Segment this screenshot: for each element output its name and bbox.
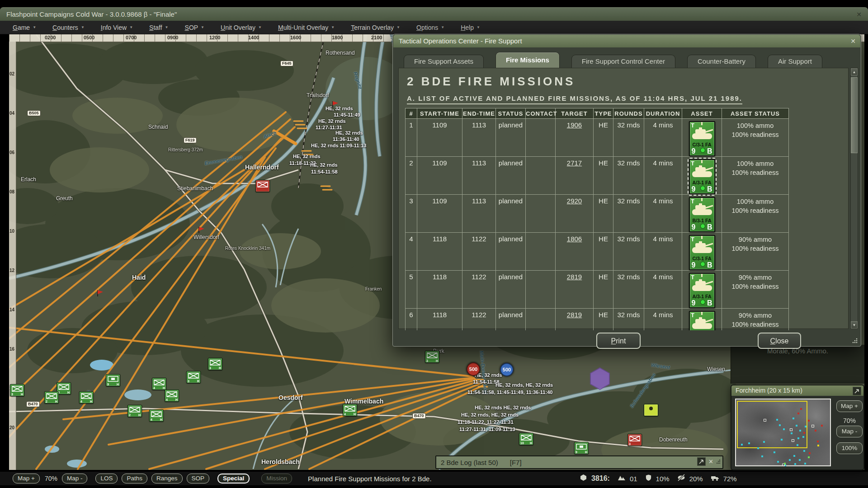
map-town-label: Heroldsbach xyxy=(261,458,300,465)
tab-counter-battery[interactable]: Counter-Battery xyxy=(687,55,756,68)
map-unit-counter[interactable]: 2H xyxy=(127,405,142,417)
menu-options[interactable]: Options▼ xyxy=(416,24,444,31)
tab-air-support[interactable]: Air Support xyxy=(768,55,822,68)
close-icon[interactable]: ✕ xyxy=(850,35,856,47)
fire-mission-annotation: HE, 32 rnds HE, 32 rnds xyxy=(475,405,531,410)
tab-fire-missions[interactable]: Fire Missions xyxy=(495,52,560,68)
close-button[interactable]: Close xyxy=(758,333,801,349)
menu-info-view[interactable]: Info View▼ xyxy=(101,24,133,31)
toolbar-button-sop[interactable]: SOP xyxy=(187,474,210,483)
bottom-toolbar: Map +70%Map -LOSPathsRangesSOPSpecialMis… xyxy=(0,472,868,485)
scrollbar-thumb[interactable] xyxy=(851,77,858,153)
fire-mission-annotation: 11:27-11:31, 11:09-11:13 xyxy=(459,427,515,432)
minimap-zoom-100-button[interactable]: 100% xyxy=(836,442,863,454)
minimap-expand-icon[interactable] xyxy=(853,387,861,395)
fire-mission-annotation: 11:18-11:22, 11:27-11:31 xyxy=(458,419,514,425)
map-unit-counter[interactable]: 4H xyxy=(343,404,357,416)
toolbar-button-ranges[interactable]: Ranges xyxy=(151,474,183,483)
map-unit-counter[interactable]: 2H xyxy=(44,391,59,404)
map-unit-counter[interactable]: 9H xyxy=(574,442,589,454)
fire-mission-row[interactable]: 611181122planned2819HE32 rnds4 minsTB/3-… xyxy=(406,309,789,331)
minimap-unit-dot xyxy=(791,432,793,434)
asset-unit-counter[interactable]: TB/3-1 FA9B xyxy=(689,311,715,330)
minimap-unit-dot xyxy=(803,432,805,434)
minimap-unit-dot xyxy=(797,437,799,439)
window-close-icon[interactable]: ✕ xyxy=(856,8,862,21)
asset-unit-counter[interactable]: TC/3-1 FA9B xyxy=(689,121,715,156)
asset-cell: TC/3-1 FA9B xyxy=(682,119,722,157)
map-unit-counter[interactable]: 9H xyxy=(106,374,120,386)
expand-icon[interactable] xyxy=(697,457,706,466)
map-unit-counter[interactable]: 3H xyxy=(10,384,24,396)
log-close-icon[interactable]: ✕ xyxy=(708,458,713,465)
minimap-map[interactable] xyxy=(735,399,831,466)
dialog-scrollbar[interactable]: ▲ ▼ xyxy=(850,68,858,329)
window-titlebar[interactable]: Flashpoint Campaigns Cold War - 3.0.0.98… xyxy=(0,7,868,21)
menu-help[interactable]: Help▼ xyxy=(461,24,480,31)
map-unit-counter[interactable]: 3 xyxy=(627,434,642,446)
log-resize-grip[interactable] xyxy=(716,459,721,465)
toolbar-button-los[interactable]: LOS xyxy=(95,474,118,483)
toolbar-button-map[interactable]: Map + xyxy=(13,474,40,483)
fire-mission-row[interactable]: 411181122planned1806HE32 rnds4 minsTC/3-… xyxy=(406,233,789,271)
tab-fire-support-control-center[interactable]: Fire Support Control Center xyxy=(571,55,675,68)
asset-unit-counter[interactable]: TA/3-1 FA9B xyxy=(689,159,715,194)
asset-cell: TB/3-1 FA9B xyxy=(682,195,722,233)
start-time-cell: 1118 xyxy=(417,309,462,331)
missions-list-subheading: A. LIST OF ACTIVE AND PLANNED FIRE MISSI… xyxy=(407,94,742,104)
fire-mission-row[interactable]: 211091113planned2717HE32 rnds4 minsTA/3-… xyxy=(406,157,789,195)
print-button[interactable]: Print xyxy=(596,333,641,349)
fire-mission-row[interactable]: 111091113planned1906HE32 rnds4 minsTC/3-… xyxy=(406,119,789,157)
scroll-down-button[interactable]: ▼ xyxy=(851,321,858,328)
asset-unit-counter[interactable]: TA/3-1 FA9B xyxy=(689,273,715,308)
minimap-zoom-in-button[interactable]: Map + xyxy=(836,400,863,412)
tab-fire-support-assets[interactable]: Fire Support Assets xyxy=(404,55,484,68)
target-link[interactable]: 2819 xyxy=(567,273,582,281)
map-unit-counter[interactable]: 4H xyxy=(152,378,166,390)
row-number: 2 xyxy=(406,157,417,195)
menu-game[interactable]: Game▼ xyxy=(13,24,36,31)
map-unit-counter[interactable]: 4H xyxy=(79,391,94,404)
fire-mission-row[interactable]: 511181122planned2819HE32 rnds4 minsTA/3-… xyxy=(406,271,789,309)
chevron-down-icon: ▼ xyxy=(81,25,85,29)
minimap-zoom-out-button[interactable]: Map - xyxy=(836,426,863,437)
menu-sop[interactable]: SOP▼ xyxy=(185,24,205,31)
map-unit-counter[interactable]: 10H xyxy=(519,433,533,445)
asset-unit-counter[interactable]: TC/3-1 FA9B xyxy=(689,235,715,270)
map-unit-counter[interactable]: 3R xyxy=(186,371,201,383)
target-link[interactable]: 1806 xyxy=(567,235,582,243)
target-link[interactable]: 2920 xyxy=(567,197,582,205)
counter-quality: B xyxy=(707,148,712,155)
end-time-cell: 1122 xyxy=(462,233,496,271)
menu-staff[interactable]: Staff▼ xyxy=(149,24,168,31)
map-unit-counter[interactable]: 4H xyxy=(149,409,164,422)
toolbar-button-map[interactable]: Map - xyxy=(62,474,88,483)
minimap-titlebar[interactable]: Forchheim (20 x 15 km) xyxy=(731,385,863,396)
map-unit-counter[interactable]: 4H xyxy=(165,389,179,402)
map-town-label: Dobenreuth xyxy=(659,436,688,443)
asset-unit-counter[interactable]: TB/3-1 FA9B xyxy=(689,197,715,232)
map-unit-counter[interactable]: 3R xyxy=(208,358,222,370)
asset-status-cell: 100% ammo100% readiness xyxy=(722,119,789,157)
fire-support-dialog[interactable]: Tactical Operations Center - Fire Suppor… xyxy=(392,34,861,347)
menu-terrain-overlay[interactable]: Terrain Overlay▼ xyxy=(351,24,400,31)
dialog-titlebar[interactable]: Tactical Operations Center - Fire Suppor… xyxy=(393,35,860,47)
bde-log-bar[interactable]: 2 Bde Log (last 50) [F7] ✕ xyxy=(435,455,723,469)
map-unit-counter[interactable] xyxy=(644,404,658,416)
fire-mission-row[interactable]: 311091113planned2920HE32 rnds4 minsTB/3-… xyxy=(406,195,789,233)
map-unit-counter[interactable] xyxy=(255,180,270,192)
target-link[interactable]: 2717 xyxy=(567,159,582,167)
target-link[interactable]: 2819 xyxy=(567,311,582,319)
scroll-up-button[interactable]: ▲ xyxy=(851,68,858,75)
target-link[interactable]: 1906 xyxy=(567,121,582,129)
fire-mission-annotation: HE, 32 rnds 11:09-11:13 xyxy=(311,143,366,148)
menu-unit-overlay[interactable]: Unit Overlay▼ xyxy=(221,24,262,31)
counter-top-tick xyxy=(701,198,703,201)
toolbar-button-special[interactable]: Special xyxy=(217,474,250,483)
menu-counters[interactable]: Counters▼ xyxy=(52,24,85,31)
toolbar-button-paths[interactable]: Paths xyxy=(122,474,147,483)
map-unit-counter[interactable]: 3H xyxy=(425,351,439,363)
menu-multi-unit-overlay[interactable]: Multi-Unit Overlay▼ xyxy=(278,24,335,31)
resize-grip[interactable] xyxy=(852,338,858,344)
minimap-zoom-label: 70% xyxy=(836,417,863,424)
